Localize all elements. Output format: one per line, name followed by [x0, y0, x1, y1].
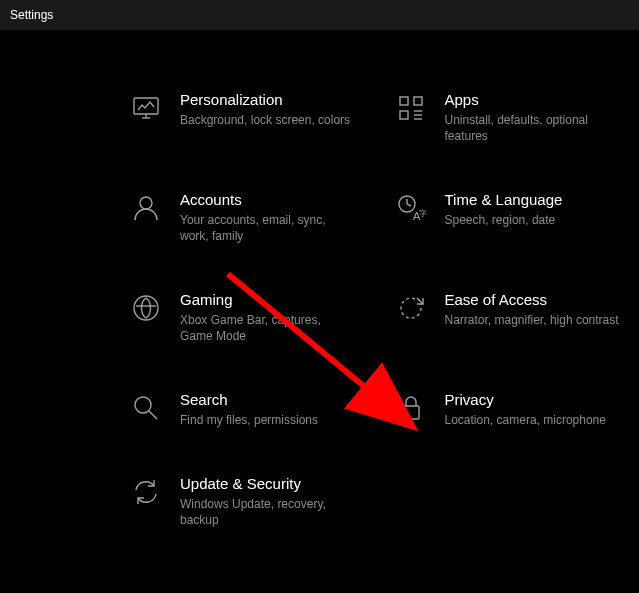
tile-privacy[interactable]: Privacy Location, camera, microphone [395, 390, 620, 428]
tile-ease-of-access[interactable]: Ease of Access Narrator, magnifier, high… [395, 290, 620, 344]
tile-text: Privacy Location, camera, microphone [445, 390, 620, 428]
tile-title: Update & Security [180, 474, 355, 494]
tile-title: Time & Language [445, 190, 620, 210]
svg-rect-5 [400, 111, 408, 119]
tile-search[interactable]: Search Find my files, permissions [130, 390, 355, 428]
tile-update-security[interactable]: Update & Security Windows Update, recove… [130, 474, 355, 528]
tile-title: Gaming [180, 290, 355, 310]
search-icon [130, 392, 162, 424]
ease-of-access-icon [395, 292, 427, 324]
tile-desc: Find my files, permissions [180, 412, 355, 428]
tile-text: Apps Uninstall, defaults, optional featu… [445, 90, 620, 144]
time-language-icon: A字 [395, 192, 427, 224]
tile-text: Time & Language Speech, region, date [445, 190, 620, 228]
accounts-icon [130, 192, 162, 224]
update-security-icon [130, 476, 162, 508]
lock-icon [395, 392, 427, 424]
window-title: Settings [10, 8, 53, 22]
svg-point-9 [140, 197, 152, 209]
tile-gaming[interactable]: Gaming Xbox Game Bar, captures, Game Mod… [130, 290, 355, 344]
tile-desc: Windows Update, recovery, backup [180, 496, 355, 528]
svg-rect-20 [403, 406, 419, 419]
tile-text: Personalization Background, lock screen,… [180, 90, 355, 128]
tile-desc: Speech, region, date [445, 212, 620, 228]
tile-text: Update & Security Windows Update, recove… [180, 474, 355, 528]
tile-title: Personalization [180, 90, 355, 110]
titlebar: Settings [0, 0, 639, 30]
svg-point-15 [134, 296, 158, 320]
settings-content: Personalization Background, lock screen,… [0, 30, 639, 528]
tile-desc: Background, lock screen, colors [180, 112, 355, 128]
tile-desc: Your accounts, email, sync, work, family [180, 212, 355, 244]
tile-accounts[interactable]: Accounts Your accounts, email, sync, wor… [130, 190, 355, 244]
tile-time-language[interactable]: A字 Time & Language Speech, region, date [395, 190, 620, 244]
tile-title: Apps [445, 90, 620, 110]
tile-desc: Narrator, magnifier, high contrast [445, 312, 620, 328]
svg-line-12 [407, 204, 411, 206]
tile-text: Accounts Your accounts, email, sync, wor… [180, 190, 355, 244]
tile-title: Ease of Access [445, 290, 620, 310]
tile-personalization[interactable]: Personalization Background, lock screen,… [130, 90, 355, 144]
tile-desc: Uninstall, defaults, optional features [445, 112, 620, 144]
tile-text: Ease of Access Narrator, magnifier, high… [445, 290, 620, 328]
tile-text: Search Find my files, permissions [180, 390, 355, 428]
tile-apps[interactable]: Apps Uninstall, defaults, optional featu… [395, 90, 620, 144]
tile-title: Accounts [180, 190, 355, 210]
svg-line-19 [149, 411, 157, 419]
gaming-icon [130, 292, 162, 324]
tile-title: Search [180, 390, 355, 410]
svg-rect-3 [400, 97, 408, 105]
svg-text:字: 字 [419, 209, 427, 218]
tile-desc: Location, camera, microphone [445, 412, 620, 428]
svg-point-18 [135, 397, 151, 413]
personalization-icon [130, 92, 162, 124]
tile-text: Gaming Xbox Game Bar, captures, Game Mod… [180, 290, 355, 344]
apps-icon [395, 92, 427, 124]
svg-rect-4 [414, 97, 422, 105]
tile-desc: Xbox Game Bar, captures, Game Mode [180, 312, 355, 344]
tile-title: Privacy [445, 390, 620, 410]
